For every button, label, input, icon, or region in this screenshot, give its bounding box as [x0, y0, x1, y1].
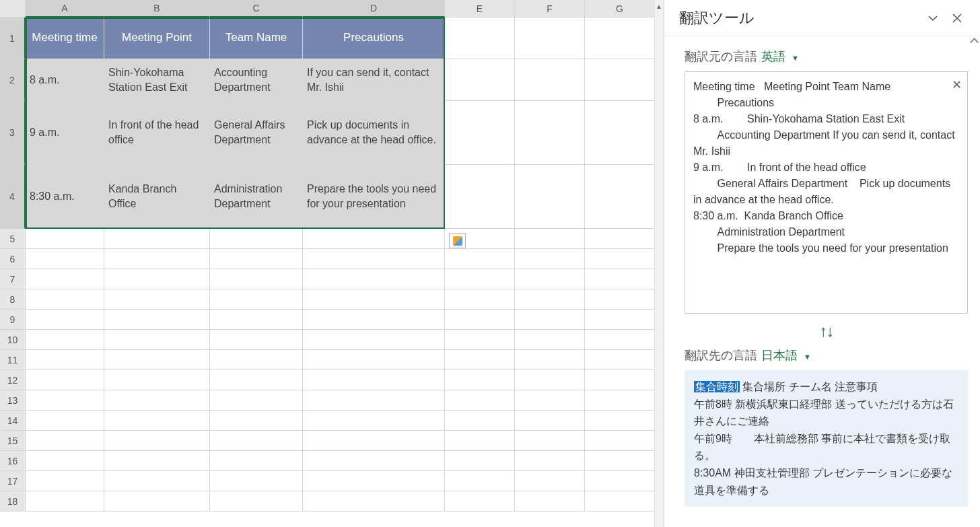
cell-G11[interactable]: [585, 350, 655, 370]
cell-G6[interactable]: [585, 249, 655, 269]
cell-B13[interactable]: [104, 390, 210, 411]
cell-D14[interactable]: [303, 411, 445, 431]
cell-D1[interactable]: Precautions: [303, 17, 445, 59]
cell-B7[interactable]: [104, 269, 210, 289]
cell-A18[interactable]: [26, 491, 104, 512]
target-text-box[interactable]: 集合時刻 集合場所 チーム名 注意事項午前8時 新横浜駅東口経理部 送っていただ…: [685, 370, 968, 507]
cell-D10[interactable]: [303, 330, 445, 350]
cell-C17[interactable]: [210, 471, 303, 491]
cell-E15[interactable]: [445, 431, 515, 451]
cell-A4[interactable]: 8:30 a.m.: [26, 165, 104, 229]
cell-D2[interactable]: If you can send it, contact Mr. Ishii: [303, 59, 445, 101]
cell-E11[interactable]: [445, 350, 515, 370]
cell-D7[interactable]: [303, 269, 445, 289]
cell-A3[interactable]: 9 a.m.: [26, 101, 104, 165]
cell-C1[interactable]: Team Name: [210, 17, 303, 59]
cell-E7[interactable]: [445, 269, 515, 289]
cell-B3[interactable]: In front of the head office: [104, 101, 210, 165]
col-header-D[interactable]: D: [303, 0, 445, 17]
cell-F5[interactable]: [515, 229, 585, 249]
cell-B2[interactable]: Shin-Yokohama Station East Exit: [104, 59, 210, 101]
cell-C16[interactable]: [210, 451, 303, 471]
cell-D5[interactable]: [303, 229, 445, 249]
cell-B10[interactable]: [104, 330, 210, 350]
cell-A2[interactable]: 8 a.m.: [26, 59, 104, 101]
cell-G12[interactable]: [585, 370, 655, 390]
row-header-10[interactable]: 10: [0, 330, 26, 350]
cell-G1[interactable]: [585, 17, 655, 59]
cell-B16[interactable]: [104, 451, 210, 471]
cell-A8[interactable]: [26, 289, 104, 310]
cell-E12[interactable]: [445, 370, 515, 390]
vertical-scrollbar[interactable]: ▲: [654, 0, 663, 527]
cell-E17[interactable]: [445, 471, 515, 491]
quick-analysis-button[interactable]: [449, 233, 466, 248]
cell-C14[interactable]: [210, 411, 303, 431]
cell-E1[interactable]: [445, 17, 515, 59]
row-header-1[interactable]: 1: [0, 17, 26, 59]
cell-E10[interactable]: [445, 330, 515, 350]
cell-C13[interactable]: [210, 390, 303, 411]
cell-C10[interactable]: [210, 330, 303, 350]
row-header-16[interactable]: 16: [0, 451, 26, 471]
cell-F15[interactable]: [515, 431, 585, 451]
select-all-corner[interactable]: [0, 0, 26, 17]
cell-G5[interactable]: [585, 229, 655, 249]
cell-D12[interactable]: [303, 370, 445, 390]
cell-C12[interactable]: [210, 370, 303, 390]
col-header-F[interactable]: F: [515, 0, 585, 17]
cell-B12[interactable]: [104, 370, 210, 390]
cell-B5[interactable]: [104, 229, 210, 249]
cell-A6[interactable]: [26, 249, 104, 269]
cell-A12[interactable]: [26, 370, 104, 390]
target-language-select[interactable]: 日本語 ▼: [761, 347, 811, 363]
scroll-up-marker-icon[interactable]: [970, 38, 979, 46]
cell-D8[interactable]: [303, 289, 445, 310]
cell-G3[interactable]: [585, 101, 655, 165]
col-header-B[interactable]: B: [104, 0, 210, 17]
cell-G13[interactable]: [585, 390, 655, 411]
row-header-15[interactable]: 15: [0, 431, 26, 451]
cell-F8[interactable]: [515, 289, 585, 310]
cell-F3[interactable]: [515, 101, 585, 165]
col-header-G[interactable]: G: [585, 0, 655, 17]
cell-A14[interactable]: [26, 411, 104, 431]
cell-E18[interactable]: [445, 491, 515, 512]
row-header-6[interactable]: 6: [0, 249, 26, 269]
cell-E6[interactable]: [445, 249, 515, 269]
spreadsheet-grid[interactable]: A B C D E F G 1 Meeting time Meeting Poi…: [0, 0, 663, 512]
source-language-select[interactable]: 英語 ▼: [761, 48, 799, 65]
cell-B14[interactable]: [104, 411, 210, 431]
cell-D4[interactable]: Prepare the tools you need for your pres…: [303, 165, 445, 229]
cell-F18[interactable]: [515, 491, 585, 512]
cell-G2[interactable]: [585, 59, 655, 101]
row-header-7[interactable]: 7: [0, 269, 26, 289]
row-header-3[interactable]: 3: [0, 101, 26, 165]
cell-D16[interactable]: [303, 451, 445, 471]
cell-F12[interactable]: [515, 370, 585, 390]
cell-D13[interactable]: [303, 390, 445, 411]
cell-C7[interactable]: [210, 269, 303, 289]
cell-D18[interactable]: [303, 491, 445, 512]
cell-D3[interactable]: Pick up documents in advance at the head…: [303, 101, 445, 165]
cell-G9[interactable]: [585, 310, 655, 330]
cell-G7[interactable]: [585, 269, 655, 289]
pane-close-button[interactable]: [945, 6, 969, 30]
cell-F7[interactable]: [515, 269, 585, 289]
cell-B4[interactable]: Kanda Branch Office: [104, 165, 210, 229]
cell-A1[interactable]: Meeting time: [26, 17, 104, 59]
row-header-18[interactable]: 18: [0, 491, 26, 512]
clear-source-button[interactable]: ✕: [952, 76, 962, 94]
swap-languages-button[interactable]: ↑↓: [820, 322, 833, 341]
cell-G17[interactable]: [585, 471, 655, 491]
col-header-C[interactable]: C: [210, 0, 303, 17]
cell-G16[interactable]: [585, 451, 655, 471]
cell-F17[interactable]: [515, 471, 585, 491]
cell-A11[interactable]: [26, 350, 104, 370]
cell-F4[interactable]: [515, 165, 585, 229]
cell-B11[interactable]: [104, 350, 210, 370]
cell-A16[interactable]: [26, 451, 104, 471]
cell-E2[interactable]: [445, 59, 515, 101]
cell-B18[interactable]: [104, 491, 210, 512]
row-header-14[interactable]: 14: [0, 411, 26, 431]
